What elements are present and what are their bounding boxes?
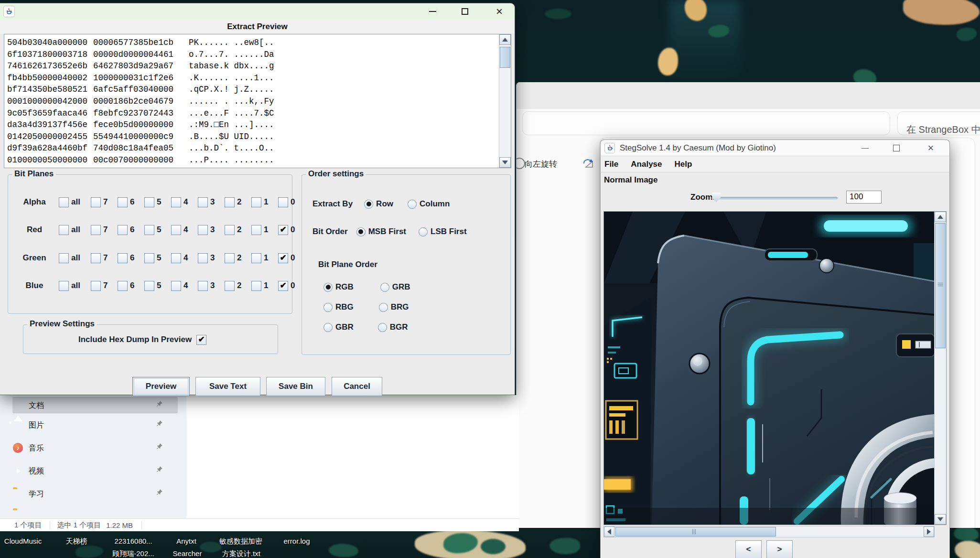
checkbox-alpha-6[interactable] — [118, 197, 128, 207]
maximize-button[interactable] — [454, 3, 476, 20]
radio-msb-first[interactable] — [356, 227, 366, 236]
radio-brg[interactable] — [379, 303, 388, 312]
checkbox-red-7[interactable] — [91, 225, 101, 235]
minimize-button[interactable] — [421, 3, 443, 20]
prev-image-button[interactable]: < — [735, 540, 762, 558]
checkbox-red-3[interactable] — [198, 225, 208, 235]
checkbox-green-all[interactable] — [59, 253, 69, 263]
pin-icon[interactable] — [156, 400, 163, 409]
image-vertical-scrollbar[interactable] — [934, 212, 946, 525]
rotate-right-icon[interactable] — [582, 158, 593, 171]
pin-icon[interactable] — [156, 420, 163, 429]
checkbox-blue-2[interactable] — [225, 281, 235, 291]
checkbox-alpha-5[interactable] — [144, 197, 154, 207]
checkbox-red-4[interactable] — [171, 225, 181, 235]
checkbox-green-4[interactable] — [171, 253, 181, 263]
next-image-button[interactable]: > — [766, 540, 793, 558]
preview-button[interactable]: Preview — [132, 377, 190, 396]
vertical-scroll-thumb[interactable] — [935, 223, 946, 348]
checkbox-green-6[interactable] — [118, 253, 128, 263]
radio-rbg[interactable] — [323, 303, 333, 312]
checkbox-blue-0[interactable] — [278, 281, 288, 291]
maximize-button[interactable] — [885, 140, 907, 156]
radio-lsb-first[interactable] — [419, 227, 428, 236]
desktop-icon-fanganshejitxt[interactable]: 方案设计.txt — [222, 549, 260, 558]
hex-dump-textarea[interactable]: 504b03040a00000000006577385be1cbPK......… — [4, 34, 511, 168]
pin-icon[interactable] — [156, 489, 163, 498]
save-text-button[interactable]: Save Text — [195, 377, 260, 396]
checkbox-alpha-0[interactable] — [278, 197, 288, 207]
desktop-icon-anytxt-line2[interactable]: Searcher — [173, 549, 202, 558]
checkbox-blue-3[interactable] — [198, 281, 208, 291]
cancel-button[interactable]: Cancel — [332, 377, 382, 396]
hex-scroll-thumb[interactable] — [500, 47, 510, 68]
checkbox-blue-6[interactable] — [118, 281, 128, 291]
radio-extract-by-row[interactable] — [364, 200, 373, 209]
scroll-down-icon[interactable] — [935, 514, 946, 525]
radio-extract-by-column[interactable] — [408, 200, 417, 209]
checkbox-green-1[interactable] — [251, 253, 261, 263]
minimize-button[interactable] — [854, 140, 876, 156]
checkbox-red-6[interactable] — [118, 225, 128, 235]
group-title: Bit Planes — [12, 169, 56, 179]
image-viewport[interactable] — [603, 211, 947, 525]
radio-grb[interactable] — [380, 283, 389, 292]
checkbox-blue-4[interactable] — [171, 281, 181, 291]
scroll-right-icon[interactable] — [924, 526, 934, 537]
checkbox-green-5[interactable] — [144, 253, 154, 263]
checkbox-alpha-2[interactable] — [225, 197, 235, 207]
checkbox-alpha-1[interactable] — [251, 197, 261, 207]
checkbox-blue-all[interactable] — [59, 281, 69, 291]
image-horizontal-scrollbar[interactable] — [603, 526, 935, 537]
hex-scrollbar[interactable] — [499, 34, 511, 168]
checkbox-green-7[interactable] — [91, 253, 101, 263]
desktop-icon-anytxt-line1[interactable]: Anytxt — [176, 537, 196, 545]
close-button[interactable]: × — [920, 140, 942, 156]
desktop-icon-sensitive-data[interactable]: 敏感数据加密 — [219, 537, 262, 546]
scroll-up-icon[interactable] — [935, 212, 946, 222]
checkbox-red-2[interactable] — [225, 225, 235, 235]
pin-icon[interactable] — [156, 443, 163, 452]
scroll-up-icon[interactable] — [499, 34, 511, 45]
checkbox-red-all[interactable] — [59, 225, 69, 235]
horizontal-scroll-thumb[interactable] — [615, 527, 776, 537]
close-button[interactable]: × — [488, 3, 510, 20]
scroll-down-icon[interactable] — [499, 157, 511, 168]
desktop-icon-errorlog[interactable]: error.log — [283, 537, 310, 545]
radio-bgr[interactable] — [378, 323, 387, 332]
pin-icon[interactable] — [156, 466, 163, 475]
menu-file[interactable]: File — [604, 160, 618, 169]
desktop-icon-22316080[interactable]: 22316080... — [114, 537, 152, 545]
checkbox-green-3[interactable] — [198, 253, 208, 263]
radio-gbr[interactable] — [323, 323, 333, 332]
checkbox-red-1[interactable] — [251, 225, 261, 235]
save-bin-button[interactable]: Save Bin — [266, 377, 325, 396]
rotate-left-label[interactable]: 向左旋转 — [525, 159, 557, 170]
radio-rgb[interactable] — [323, 283, 333, 292]
bit-plane-order-title: Bit Plane Order — [318, 260, 377, 269]
extract-preview-titlebar[interactable]: × — [0, 3, 515, 20]
checkbox-alpha-4[interactable] — [171, 197, 181, 207]
zoom-slider-track[interactable] — [711, 197, 838, 199]
checkbox-red-5[interactable] — [144, 225, 154, 235]
zoom-value-input[interactable]: 100 — [846, 191, 882, 204]
checkbox-red-0[interactable] — [278, 225, 288, 235]
checkbox-alpha-3[interactable] — [198, 197, 208, 207]
file-explorer-content[interactable] — [186, 395, 519, 518]
checkbox-blue-1[interactable] — [251, 281, 261, 291]
desktop-icon-cloudmusic[interactable]: CloudMusic — [4, 537, 42, 545]
checkbox-green-0[interactable] — [278, 253, 288, 263]
checkbox-green-2[interactable] — [225, 253, 235, 263]
stegsolve-titlebar[interactable]: StegSolve 1.4 by Caesum (Mod by Giotino)… — [601, 140, 949, 156]
zoom-icon[interactable] — [516, 158, 525, 169]
checkbox-blue-7[interactable] — [91, 281, 101, 291]
checkbox-blue-5[interactable] — [144, 281, 154, 291]
desktop-icon-tiantibang[interactable]: 天梯榜 — [66, 537, 87, 546]
menu-help[interactable]: Help — [675, 160, 692, 169]
desktop-icon-guxiangrui[interactable]: 顾翔瑞-202... — [112, 549, 154, 558]
menu-analyse[interactable]: Analyse — [631, 160, 662, 169]
scroll-left-icon[interactable] — [604, 526, 614, 537]
checkbox-alpha-7[interactable] — [91, 197, 101, 207]
checkbox-alpha-all[interactable] — [59, 197, 69, 207]
include-hex-dump-checkbox[interactable] — [196, 335, 206, 345]
